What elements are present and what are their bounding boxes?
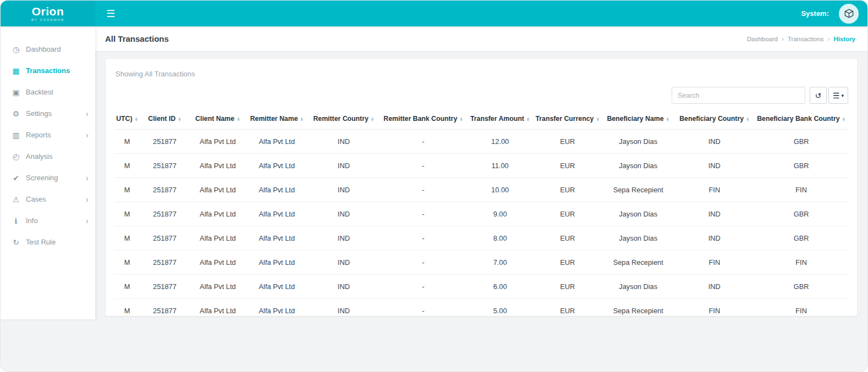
breadcrumb-separator-icon: › <box>782 35 784 43</box>
sidebar-item-label: Settings <box>26 109 52 118</box>
table-cell: 12.00 <box>467 130 534 154</box>
sidebar-item-label: Screening <box>26 174 58 182</box>
column-header-beneficiary-country[interactable]: Beneficiary Country▲▼ <box>675 108 755 130</box>
table-cell: 11.00 <box>467 154 534 178</box>
table-cell: - <box>380 178 467 202</box>
table-row[interactable]: M251877Alfa Pvt LtdAlfa Pvt LtdIND-9.00E… <box>114 202 848 226</box>
column-header-remitter-bank-country[interactable]: Remitter Bank Country▲▼ <box>380 108 467 130</box>
sidebar-item-reports[interactable]: ▥Reports› <box>1 124 95 146</box>
sidebar-item-label: Dashboard <box>26 45 61 53</box>
column-header-label: Transfer Currency <box>535 115 594 123</box>
table-cell: IND <box>675 154 755 178</box>
table-cell: FIN <box>754 299 848 317</box>
breadcrumb-item[interactable]: Transactions <box>788 36 823 42</box>
info-icon: ℹ <box>10 216 21 225</box>
table-row[interactable]: M251877Alfa Pvt LtdAlfa Pvt LtdIND-11.00… <box>114 154 848 178</box>
chevron-right-icon: › <box>86 109 89 118</box>
table-cell: Sepa Recepient <box>602 251 675 275</box>
sidebar-item-label: Reports <box>26 131 51 139</box>
column-header-client-id[interactable]: Client ID▲▼ <box>140 108 189 130</box>
table-toolbar: ↺ ☰ ▾ <box>114 87 848 104</box>
column-header-remitter-name[interactable]: Remitter Name▲▼ <box>246 108 308 130</box>
breadcrumb-item[interactable]: History <box>833 36 855 42</box>
table-cell: EUR <box>533 251 602 275</box>
sidebar-item-test-rule[interactable]: ↻Test Rule <box>1 231 95 253</box>
table-row[interactable]: M251877Alfa Pvt LtdAlfa Pvt LtdIND-8.00E… <box>114 226 848 251</box>
column-header-beneficiary-bank-country[interactable]: Beneficiary Bank Country▲▼ <box>754 108 848 130</box>
table-cell: EUR <box>533 130 602 154</box>
table-cell: IND <box>308 299 380 317</box>
table-cell: Jayson Dias <box>602 275 675 299</box>
table-row[interactable]: M251877Alfa Pvt LtdAlfa Pvt LtdIND-6.00E… <box>114 275 848 299</box>
content-area: Showing All Transactions ↺ ☰ ▾ <box>95 51 867 319</box>
column-header-transfer-amount[interactable]: Transfer Amount▲▼ <box>467 108 534 130</box>
sidebar-item-dashboard[interactable]: ◷Dashboard <box>1 38 95 60</box>
table-cell: 251877 <box>140 226 189 251</box>
sidebar-item-screening[interactable]: ✔Screening› <box>1 167 95 188</box>
column-header-beneficiary-name[interactable]: Beneficiary Name▲▼ <box>602 108 675 130</box>
table-cell: 251877 <box>140 299 189 317</box>
sidebar-item-cases[interactable]: ⚠Cases› <box>1 188 95 210</box>
table-row[interactable]: M251877Alfa Pvt LtdAlfa Pvt LtdIND-5.00E… <box>114 299 848 317</box>
system-label: System: <box>801 9 829 18</box>
table-cell: - <box>380 154 467 178</box>
table-cell: FIN <box>754 251 848 275</box>
card-subtitle: Showing All Transactions <box>116 70 848 78</box>
column-options-button[interactable]: ☰ ▾ <box>828 87 848 104</box>
table-cell: 251877 <box>140 202 189 226</box>
history-button[interactable]: ↺ <box>810 87 827 104</box>
table-cell: Alfa Pvt Ltd <box>190 226 246 251</box>
breadcrumb: Dashboard›Transactions›History <box>747 35 855 43</box>
column-header-label: Beneficiary Name <box>607 115 663 123</box>
table-header-row: UTC)▲▼Client ID▲▼Client Name▲▼Remitter N… <box>114 108 848 130</box>
column-header-utc[interactable]: UTC)▲▼ <box>114 108 140 130</box>
sidebar-item-analysis[interactable]: ◴Analysis <box>1 146 95 167</box>
table-cell: Jayson Dias <box>602 226 675 251</box>
table-cell: FIN <box>675 299 755 317</box>
sidebar-item-settings[interactable]: ⚙Settings› <box>1 103 95 124</box>
table-cell: IND <box>308 130 380 154</box>
chevron-right-icon: › <box>86 195 89 204</box>
table-cell: IND <box>308 154 380 178</box>
table-cell: Sepa Recepient <box>602 178 675 202</box>
column-header-remitter-country[interactable]: Remitter Country▲▼ <box>308 108 380 130</box>
table-cell: IND <box>675 226 755 251</box>
hamburger-icon[interactable]: ☰ <box>103 7 118 21</box>
sort-icon: ▲▼ <box>842 117 845 121</box>
table-cell: GBR <box>754 275 848 299</box>
dashboard-icon: ◷ <box>10 45 21 54</box>
column-header-transfer-currency[interactable]: Transfer Currency▲▼ <box>533 108 602 130</box>
table-cell: IND <box>675 275 755 299</box>
sidebar-item-info[interactable]: ℹInfo› <box>1 210 95 231</box>
table-cell: 5.00 <box>467 299 534 317</box>
table-row[interactable]: M251877Alfa Pvt LtdAlfa Pvt LtdIND-10.00… <box>114 178 848 202</box>
table-cell: Alfa Pvt Ltd <box>246 299 308 317</box>
table-row[interactable]: M251877Alfa Pvt LtdAlfa Pvt LtdIND-7.00E… <box>114 251 848 275</box>
table-cell: Alfa Pvt Ltd <box>190 178 246 202</box>
sidebar-item-backtest[interactable]: ▣Backtest <box>1 81 95 103</box>
column-header-client-name[interactable]: Client Name▲▼ <box>190 108 246 130</box>
topbar: Orion by CODEMAR ☰ System: <box>1 1 867 26</box>
column-header-label: Remitter Name <box>250 115 298 123</box>
table-cell: Alfa Pvt Ltd <box>246 130 308 154</box>
table-cell: GBR <box>754 154 848 178</box>
transactions-icon: ▦ <box>10 66 21 75</box>
table-cell: Alfa Pvt Ltd <box>190 154 246 178</box>
table-cell: - <box>380 130 467 154</box>
table-cell: IND <box>308 251 380 275</box>
transactions-table: UTC)▲▼Client ID▲▼Client Name▲▼Remitter N… <box>114 108 848 316</box>
sort-icon: ▲▼ <box>459 117 463 121</box>
search-input[interactable] <box>672 87 805 104</box>
sidebar-item-label: Info <box>26 216 38 225</box>
table-cell: EUR <box>533 226 602 251</box>
sort-icon: ▲▼ <box>526 117 530 121</box>
system-avatar-button[interactable] <box>839 4 859 24</box>
table-row[interactable]: M251877Alfa Pvt LtdAlfa Pvt LtdIND-12.00… <box>114 130 848 154</box>
backtest-icon: ▣ <box>10 88 21 97</box>
sidebar-item-transactions[interactable]: ▦Transactions <box>1 60 95 81</box>
sort-icon: ▲▼ <box>135 117 138 121</box>
breadcrumb-item[interactable]: Dashboard <box>747 36 778 42</box>
table-cell: M <box>114 299 140 317</box>
chevron-right-icon: › <box>86 130 89 140</box>
list-icon: ☰ <box>833 91 840 100</box>
